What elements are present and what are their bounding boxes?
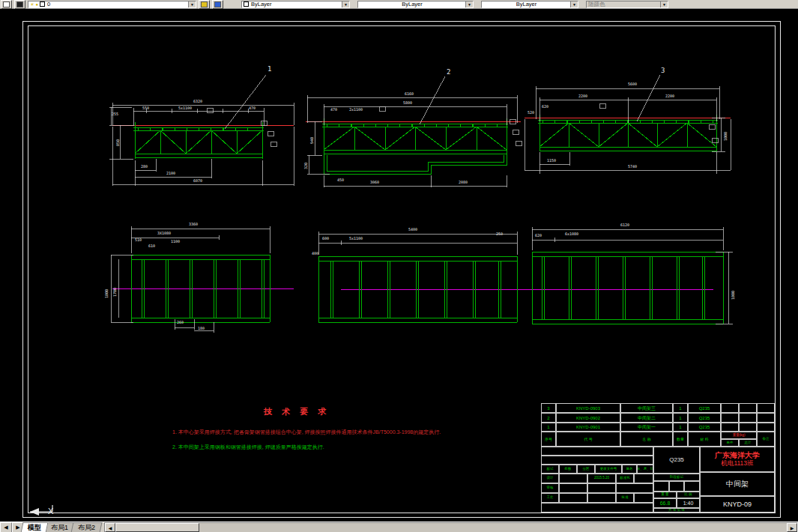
current-linetype-value: ByLayer	[402, 1, 423, 7]
revision-label-zone: 分区	[577, 465, 595, 474]
stage-box	[684, 481, 700, 492]
stage-box	[669, 481, 684, 492]
technical-requirements-title: 技 术 要 求	[264, 406, 330, 417]
technical-requirement-note: 2. 本中间架上采用钢板和钢管搭接焊接, 焊缝质量严格按规定执行.	[172, 444, 324, 450]
sign-label-approve: 批准	[616, 493, 634, 503]
page-icon	[3, 1, 10, 7]
part-name: 中间架	[700, 472, 775, 496]
parts-row-qty: 1	[673, 423, 688, 432]
parts-row-no: 3	[541, 403, 556, 413]
tab-scroll-left-button[interactable]: ◀	[0, 522, 12, 532]
scrollbar-thumb[interactable]	[115, 523, 199, 532]
parts-row-material: Q235	[688, 413, 721, 423]
revision-label-date: 年、月、日	[637, 465, 653, 474]
cad-application-window: ☀ ● 0 ▼ ByLayer ▼ ByLayer ▼ ByLayer ▼ 随颜…	[0, 0, 798, 532]
scale-value: 1:40	[677, 498, 700, 508]
parts-row-material: Q235	[688, 423, 721, 432]
drawing-number: KNYD-09	[700, 496, 775, 513]
parts-row-no: 1	[541, 423, 556, 432]
class-name: 机电1113班	[721, 460, 753, 467]
linetype-control-dropdown[interactable]: ByLayer ▼	[357, 1, 474, 8]
parts-header-no: 序号	[541, 432, 556, 447]
parts-row-qty: 1	[673, 413, 688, 423]
parts-row-no: 2	[541, 413, 556, 423]
color-control-dropdown[interactable]: ByLayer ▼	[241, 1, 350, 8]
layer-dropdown[interactable]: ☀ ● 0 ▼	[28, 1, 196, 8]
material-designation: Q235	[653, 447, 700, 474]
university-name: 广东海洋大学	[715, 452, 760, 459]
horizontal-scrollbar[interactable]: ◀ ▶	[104, 522, 798, 532]
frame-plan-view-3	[532, 227, 733, 324]
chevron-down-icon[interactable]: ▼	[188, 1, 196, 7]
sign-cell	[634, 493, 653, 503]
sign-label-check: 审核	[541, 483, 559, 493]
lineweight-control-dropdown[interactable]: ByLayer ▼	[481, 1, 578, 8]
parts-row-material: Q235	[688, 403, 721, 413]
sign-date: 2015.5.20	[587, 474, 616, 483]
scrollbar-track[interactable]	[199, 523, 787, 532]
parts-header-weight-single: 单件	[721, 439, 739, 447]
sign-cell	[587, 483, 616, 493]
status-bar: ◀ ▶ 模型 布局1 布局2 ◀ ▶	[0, 522, 798, 532]
layer-previous-button[interactable]	[212, 0, 223, 9]
dark-layer-icon	[16, 1, 23, 7]
parts-header-code: 代 号	[556, 432, 620, 447]
scroll-right-arrow[interactable]: ▶	[787, 523, 797, 532]
truss-elevation-3	[525, 75, 731, 174]
blue-tool-icon	[214, 1, 221, 7]
revision-row-empty	[541, 456, 653, 465]
parts-header-material: 材 料	[688, 432, 721, 447]
current-layer-name: 0	[47, 1, 50, 7]
chevron-down-icon[interactable]: ▼	[342, 1, 349, 7]
scroll-left-arrow[interactable]: ◀	[105, 523, 115, 532]
parts-row-name: 中间架一	[620, 423, 673, 432]
sign-cell	[587, 493, 616, 503]
parts-row-code: KNYD-0903	[556, 403, 620, 413]
parts-row-code: KNYD-0901	[556, 423, 620, 432]
make-object-layer-current-button[interactable]	[199, 0, 210, 9]
parts-row-code: KNYD-0902	[556, 413, 620, 423]
revision-label-sign: 签名	[622, 465, 637, 474]
sign-label-process: 工艺	[541, 493, 559, 503]
parts-header-name: 名 称	[620, 432, 673, 447]
layer-color-swatch	[40, 1, 45, 7]
parts-row-weight-total	[739, 403, 757, 413]
parts-row-weight-single	[721, 413, 739, 423]
layer-properties-button[interactable]	[1, 0, 12, 9]
sign-cell	[559, 483, 587, 493]
parts-row-weight-total	[739, 413, 757, 423]
parts-row-name: 中间架三	[620, 403, 673, 413]
revision-label-count: 处数	[559, 465, 577, 474]
ucs-x-axis-label: X	[48, 507, 53, 516]
parts-header-qty: 数量	[673, 432, 688, 447]
revision-label-mark: 标记	[541, 465, 559, 474]
weight-label: 重 量	[653, 492, 677, 498]
revision-label-doc: 更改文件号	[595, 465, 622, 474]
truss-elevation-2	[306, 76, 522, 187]
parts-row-note	[757, 403, 775, 413]
current-color-value: ByLayer	[251, 1, 272, 7]
ucs-icon	[19, 502, 72, 523]
revision-row-empty	[541, 447, 653, 456]
sign-label-std: 标准化	[616, 474, 634, 483]
weight-value: 66.8	[653, 498, 677, 508]
tab-layout2[interactable]: 布局2	[71, 522, 103, 532]
chevron-down-icon: ▼	[660, 1, 668, 7]
layer-states-button[interactable]	[14, 0, 25, 9]
freeze-icon: ●	[35, 2, 38, 7]
stage-mark-label: 阶段标记	[653, 474, 700, 481]
yellow-tool-icon	[201, 1, 208, 7]
object-properties-toolbar: ☀ ● 0 ▼ ByLayer ▼ ByLayer ▼ ByLayer ▼ 随颜…	[0, 0, 798, 9]
parts-row-weight-single	[721, 423, 739, 432]
chevron-down-icon[interactable]: ▼	[465, 1, 473, 7]
parts-row-note	[757, 413, 775, 423]
frame-plan-view-1	[111, 226, 294, 333]
chevron-down-icon[interactable]: ▼	[570, 1, 578, 7]
parts-row-note	[757, 423, 775, 432]
plotstyle-control-dropdown: 随颜色 ▼	[586, 1, 668, 8]
tab-model[interactable]: 模型	[21, 522, 49, 532]
sign-bottom-row	[541, 503, 653, 513]
parts-header-weight-total: 总计	[739, 439, 757, 447]
frame-plan-view-2	[318, 232, 713, 322]
sheet-count: 共 张 第 张	[653, 508, 700, 513]
